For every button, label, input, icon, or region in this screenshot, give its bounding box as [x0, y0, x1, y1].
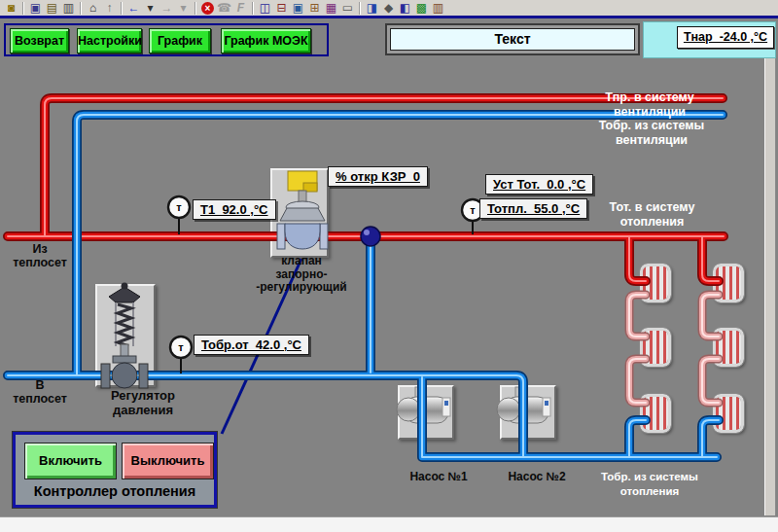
label-line: Тпр. в систему: [586, 90, 713, 105]
pressure-regulator-icon: [101, 283, 148, 389]
label-line: отопления: [591, 215, 713, 230]
heat-supply-label: Тот. в систему отопления: [591, 200, 713, 230]
controller-title: Контроллер отопления: [16, 483, 214, 499]
setpoint-tot-value[interactable]: Уст Тот. 0.0 ,°C: [485, 174, 593, 195]
pump1-label: Насос №1: [400, 470, 477, 483]
regulator-label: Регулятор давления: [84, 388, 202, 417]
valve-label: клапан запорно- -регулирующий: [247, 255, 356, 295]
t1-value: Т1 92.0 ,°C: [193, 199, 276, 220]
label-line: теплосет: [8, 256, 72, 269]
controller-off-button[interactable]: Выключить: [122, 443, 214, 479]
radiator-connector-pipes: [629, 295, 719, 403]
mixing-junction-ball: [361, 227, 380, 246]
label-line: -регулирующий: [247, 281, 356, 295]
label-line: клапан: [247, 255, 356, 268]
scada-heating-screen: ◙ ▣ ▤ ▥ ⌂ ↑ ← ▾ → ▾ × ☎ F ◫ ⊟ ▣ ⊞ ▦ ▭ ◨ …: [0, 0, 778, 532]
vent-supply-label: Тпр. в систему вентиляции: [586, 90, 713, 120]
label-line: Из: [8, 242, 72, 256]
label-line: давления: [84, 403, 202, 417]
vent-return-label: Тобр. из системы вентиляции: [584, 119, 720, 148]
sensor-tobr: т: [170, 337, 192, 373]
svg-text:т: т: [178, 341, 184, 353]
controller-on-button[interactable]: Включить: [24, 443, 117, 479]
totpl-value: Тотпл. 55.0 ,°C: [479, 198, 587, 219]
svg-text:т: т: [176, 201, 182, 213]
from-network-label: Из теплосет: [8, 242, 72, 269]
label-line: Регулятор: [84, 388, 202, 403]
label-line: запорно-: [247, 268, 356, 282]
kzr-open-percent-value: % откр КЗР 0: [328, 166, 428, 187]
label-line: вентиляции: [586, 105, 713, 120]
label-line: Тобр. из системы: [584, 119, 720, 133]
heat-return-label: Тобр. из системы отопления: [572, 470, 727, 499]
pump2-label: Насос №2: [498, 470, 576, 483]
sensor-t1: т: [168, 196, 190, 234]
to-network-label: В теплосет: [8, 378, 72, 406]
label-line: теплосет: [8, 392, 72, 406]
heating-controller-panel: Включить Выключить Контроллер отопления: [13, 432, 217, 508]
svg-text:т: т: [470, 204, 476, 216]
label-line: вентиляции: [584, 133, 720, 148]
tobr-ot-value: Тобр.от 42.0 ,°C: [194, 335, 309, 355]
label-line: В: [8, 378, 72, 392]
control-valve-icon[interactable]: [277, 171, 328, 249]
label-line: Тот. в систему: [591, 200, 713, 215]
